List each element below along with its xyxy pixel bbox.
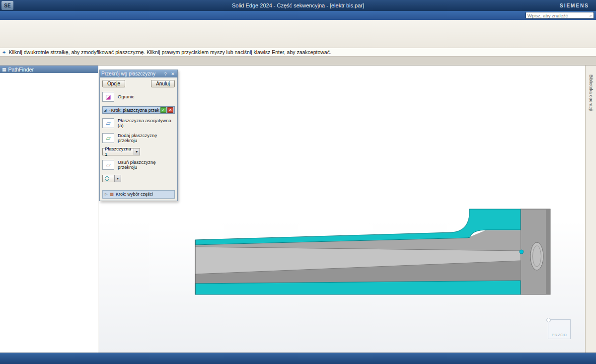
limit-row[interactable]: ◪ Ogranic bbox=[102, 92, 175, 102]
prompt-text: Kliknij dwukrotnie strzałkę, aby zmodyfi… bbox=[8, 49, 331, 55]
remove-section-plane-icon[interactable]: ▱ bbox=[102, 160, 114, 170]
section-color-arrow-icon[interactable]: ▼ bbox=[114, 175, 121, 182]
ribbon-tab-bar: ⌕ bbox=[0, 11, 596, 20]
pathfinder-panel: ▦ PathFinder bbox=[0, 66, 98, 353]
view-orientation-indicator[interactable]: PRZÓD bbox=[548, 319, 571, 339]
feature-library-tab[interactable]: Biblioteka operacji bbox=[589, 74, 594, 111]
add-section-plane-row[interactable]: ▱ Dodaj płaszczyznę przekroju bbox=[102, 133, 175, 144]
step-expander-icon[interactable]: ◢ bbox=[104, 108, 106, 112]
plane-select-value: Płaszczyzna 1 bbox=[105, 146, 134, 157]
remove-section-plane-row[interactable]: ▱ Usuń płaszczyznę przekroju bbox=[102, 160, 175, 170]
add-section-plane-icon[interactable]: ▱ bbox=[102, 133, 114, 143]
ribbon bbox=[0, 20, 596, 48]
options-button[interactable]: Opcje bbox=[102, 80, 125, 87]
command-search[interactable]: ⌕ bbox=[525, 12, 594, 19]
right-sidebar: Biblioteka operacji bbox=[585, 66, 596, 353]
title-bar: SE Solid Edge 2024 - Część sekwencyjna -… bbox=[0, 0, 596, 11]
step-plane-icon: ▱ bbox=[107, 108, 110, 112]
step2-label: Krok: wybór części bbox=[116, 192, 153, 197]
pathfinder-icon: ▦ bbox=[2, 67, 6, 72]
associative-plane-label: Płaszczyzna asocjatywna (a) bbox=[118, 118, 175, 129]
plane-select-arrow-icon[interactable]: ▼ bbox=[134, 148, 140, 155]
dialog-help-icon[interactable]: ? bbox=[162, 72, 168, 76]
view-origin-icon bbox=[546, 318, 551, 322]
prompt-bar: ✦ Kliknij dwukrotnie strzałkę, aby zmody… bbox=[0, 48, 596, 57]
section-color-swatch bbox=[105, 176, 109, 181]
step-select-parts[interactable]: ▷ ▦ Krok: wybór części bbox=[102, 190, 175, 199]
step2-icon: ▦ bbox=[109, 192, 114, 197]
section-color-select[interactable]: ▼ bbox=[102, 175, 121, 182]
section-dialog[interactable]: Przekrój wg płaszczyzny ? ✕ Opcje Anuluj… bbox=[99, 70, 178, 201]
search-input[interactable] bbox=[527, 13, 590, 18]
limit-label: Ogranic bbox=[118, 94, 134, 99]
dialog-title: Przekrój wg płaszczyzny bbox=[101, 71, 161, 76]
search-icon[interactable]: ⌕ bbox=[590, 13, 592, 18]
prompt-icon: ✦ bbox=[2, 50, 6, 55]
status-bar bbox=[0, 353, 596, 364]
cancel-button[interactable]: Anuluj bbox=[151, 80, 175, 87]
siemens-logo: SIEMENS bbox=[560, 3, 589, 8]
limit-icon[interactable]: ◪ bbox=[102, 92, 114, 102]
view-label: PRZÓD bbox=[548, 333, 570, 337]
remove-section-plane-label: Usuń płaszczyznę przekroju bbox=[118, 160, 175, 170]
part-right-edge[interactable] bbox=[546, 210, 550, 294]
dialog-title-bar[interactable]: Przekrój wg płaszczyzny ? ✕ bbox=[100, 70, 177, 77]
document-tab-bar bbox=[0, 57, 596, 66]
step2-expander-icon[interactable]: ▷ bbox=[105, 192, 107, 196]
step-plane-header[interactable]: ◢ ▱ Krok: płaszczyzna przekroju ✓ ✕ bbox=[102, 106, 175, 114]
accept-button[interactable]: ✓ bbox=[160, 107, 166, 113]
pathfinder-header[interactable]: ▦ PathFinder bbox=[0, 66, 98, 73]
vertex-handle[interactable] bbox=[520, 250, 523, 254]
reject-button[interactable]: ✕ bbox=[167, 107, 173, 113]
part-hole[interactable] bbox=[530, 242, 543, 270]
window-title: Solid Edge 2024 - Część sekwencyjna - [e… bbox=[0, 2, 596, 8]
pathfinder-title: PathFinder bbox=[8, 67, 34, 73]
plane-select[interactable]: Płaszczyzna 1 ▼ bbox=[102, 148, 140, 155]
associative-plane-row[interactable]: ▱ Płaszczyzna asocjatywna (a) bbox=[102, 118, 175, 129]
add-section-plane-label: Dodaj płaszczyznę przekroju bbox=[118, 133, 175, 144]
step-plane-label: Krok: płaszczyzna przekroju bbox=[111, 108, 159, 113]
dialog-close-icon[interactable]: ✕ bbox=[170, 72, 176, 76]
associative-plane-icon[interactable]: ▱ bbox=[102, 118, 114, 128]
